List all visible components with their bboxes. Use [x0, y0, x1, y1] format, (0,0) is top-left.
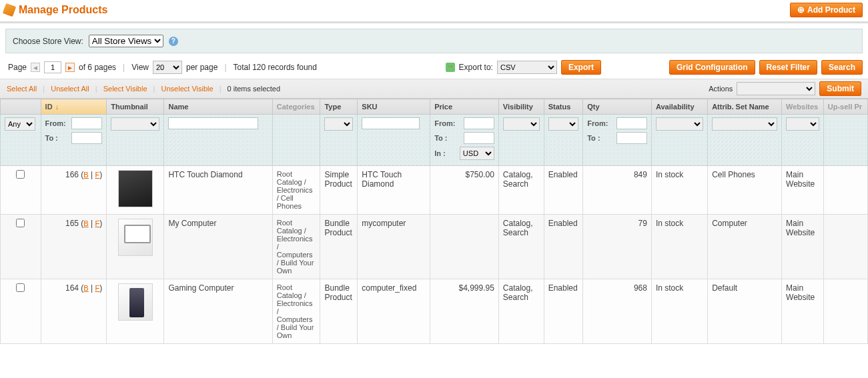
col-websites[interactable]: Websites	[782, 99, 824, 115]
page-prev-button[interactable]: ◄	[31, 63, 40, 72]
col-id[interactable]: ID↓	[41, 99, 107, 115]
filter-id-from[interactable]	[71, 117, 102, 129]
filter-attrib-set[interactable]	[712, 117, 777, 131]
col-checkbox	[1, 99, 41, 115]
cell-visibility: Catalog, Search	[498, 215, 544, 279]
header-separator	[0, 21, 868, 23]
row-checkbox[interactable]	[16, 283, 25, 292]
export-format-select[interactable]: CSV	[497, 61, 557, 74]
select-visible-link[interactable]: Select Visible	[103, 85, 147, 93]
col-upsell[interactable]: Up-sell Pr	[823, 99, 867, 115]
table-row[interactable]: 164 (B | F)Gaming ComputerRoot Catalog /…	[1, 279, 868, 344]
link-f[interactable]: F	[95, 284, 99, 292]
cell-upsell	[823, 279, 867, 344]
col-attrib-set[interactable]: Attrib. Set Name	[708, 99, 782, 115]
actions-select[interactable]	[737, 82, 815, 95]
grid-configuration-button[interactable]: Grid Configuration	[669, 60, 755, 75]
unselect-all-link[interactable]: Unselect All	[51, 85, 89, 93]
cell-qty: 849	[583, 166, 652, 215]
filter-price-to[interactable]	[464, 132, 494, 144]
per-page-suffix: per page	[186, 63, 218, 72]
add-product-label: Add Product	[807, 5, 855, 15]
cell-status: Enabled	[544, 166, 583, 215]
page-next-button[interactable]: ►	[65, 63, 75, 72]
col-sku[interactable]: SKU	[358, 99, 430, 115]
cell-sku: computer_fixed	[358, 279, 430, 344]
col-availability[interactable]: Availability	[651, 99, 707, 115]
col-visibility[interactable]: Visibility	[498, 99, 544, 115]
page-number-input[interactable]	[44, 61, 61, 73]
col-price[interactable]: Price	[430, 99, 499, 115]
of-pages: of 6 pages	[79, 63, 116, 72]
plus-icon	[797, 5, 805, 15]
thumbnail	[118, 170, 153, 207]
store-view-bar: Choose Store View: All Store Views ?	[5, 29, 863, 53]
cell-visibility: Catalog, Search	[498, 166, 544, 215]
cell-sku: HTC Touch Diamond	[358, 166, 430, 215]
filter-type[interactable]	[324, 117, 353, 131]
filter-qty-from[interactable]	[616, 117, 647, 129]
filter-qty-to[interactable]	[616, 132, 647, 144]
store-view-label: Choose Store View:	[13, 37, 83, 46]
cell-websites: Main Website	[782, 279, 824, 344]
cell-availability: In stock	[651, 166, 707, 215]
sort-desc-icon: ↓	[53, 103, 59, 111]
items-selected: 0 items selected	[228, 85, 280, 93]
filter-websites[interactable]	[786, 117, 819, 131]
filter-availability[interactable]	[656, 117, 703, 131]
row-checkbox[interactable]	[16, 219, 25, 227]
unselect-visible-link[interactable]: Unselect Visible	[161, 85, 213, 93]
store-view-select[interactable]: All Store Views	[89, 35, 163, 47]
reset-filter-button[interactable]: Reset Filter	[759, 60, 817, 75]
col-status[interactable]: Status	[544, 99, 583, 115]
per-page-select[interactable]: 20	[153, 61, 182, 74]
link-f[interactable]: F	[95, 171, 99, 179]
row-checkbox[interactable]	[16, 170, 25, 179]
cell-qty: 968	[583, 279, 652, 344]
table-row[interactable]: 166 (B | F)HTC Touch DiamondRoot Catalog…	[1, 166, 868, 215]
filter-status[interactable]	[548, 117, 579, 131]
filter-currency[interactable]: USD	[460, 147, 494, 160]
col-categories[interactable]: Categories	[272, 99, 320, 115]
submit-button[interactable]: Submit	[819, 81, 861, 96]
cell-websites: Main Website	[782, 166, 824, 215]
export-icon	[446, 63, 455, 72]
thumbnail	[118, 219, 153, 256]
table-row[interactable]: 165 (B | F)My ComputerRoot Catalog / Ele…	[1, 215, 868, 279]
select-all-link[interactable]: Select All	[7, 85, 37, 93]
cell-qty: 79	[583, 215, 652, 279]
filter-name[interactable]	[168, 117, 258, 129]
products-grid: ID↓ Thumbnail Name Categories Type SKU P…	[0, 99, 868, 344]
cell-availability: In stock	[651, 279, 707, 344]
filter-id-to[interactable]	[71, 132, 102, 144]
col-type[interactable]: Type	[320, 99, 358, 115]
add-product-button[interactable]: Add Product	[790, 3, 863, 17]
cell-categories: Root Catalog / Electronics / Computers /…	[272, 279, 320, 344]
help-icon[interactable]: ?	[169, 37, 178, 46]
cell-attrib-set: Cell Phones	[708, 166, 782, 215]
filter-any-select[interactable]: Any	[5, 117, 35, 131]
filter-visibility[interactable]	[503, 117, 540, 131]
col-qty[interactable]: Qty	[583, 99, 652, 115]
cell-id: 166 (B | F)	[41, 166, 107, 215]
link-b[interactable]: B	[83, 171, 88, 179]
thumbnail	[118, 283, 153, 321]
cell-attrib-set: Computer	[708, 215, 782, 279]
cell-name: My Computer	[164, 215, 272, 279]
filter-thumbnail[interactable]	[111, 117, 159, 131]
cell-type: Bundle Product	[320, 279, 358, 344]
filter-price-from[interactable]	[464, 117, 494, 129]
link-f[interactable]: F	[95, 219, 99, 227]
cell-name: Gaming Computer	[164, 279, 272, 344]
col-thumbnail[interactable]: Thumbnail	[107, 99, 164, 115]
export-button[interactable]: Export	[561, 60, 601, 75]
export-label: Export to:	[459, 63, 493, 72]
cell-price: $750.00	[430, 166, 499, 215]
filter-sku[interactable]	[362, 117, 419, 129]
cell-attrib-set: Default	[708, 279, 782, 344]
col-name[interactable]: Name	[164, 99, 272, 115]
cell-type: Simple Product	[320, 166, 358, 215]
link-b[interactable]: B	[83, 219, 88, 227]
search-button[interactable]: Search	[821, 60, 863, 75]
link-b[interactable]: B	[83, 284, 88, 292]
